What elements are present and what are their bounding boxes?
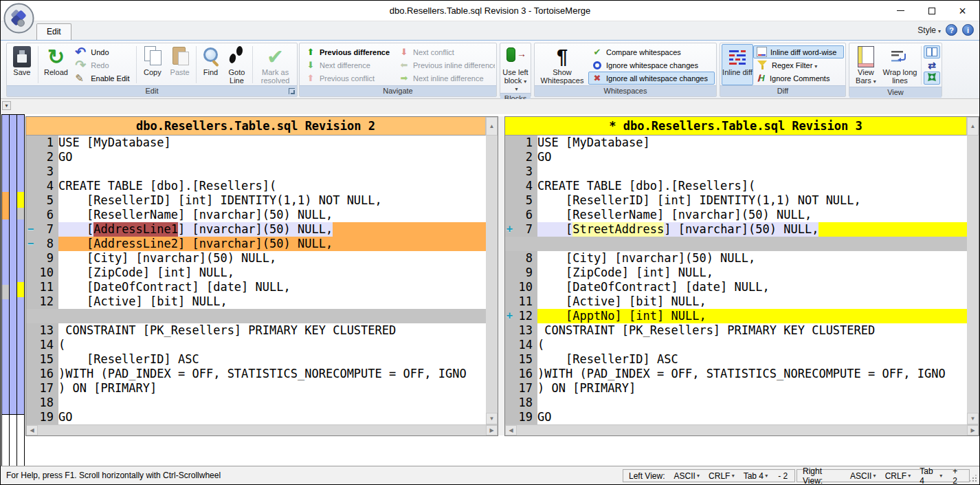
- code-line[interactable]: −7 [AddressLine1] [nvarchar](50) NULL,: [26, 222, 486, 237]
- code-line[interactable]: 13 CONSTRAINT [PK_Resellers] PRIMARY KEY…: [26, 323, 486, 338]
- left-view-eol[interactable]: CRLF ▾: [709, 471, 735, 481]
- scroll-up-button[interactable]: ▲: [486, 117, 498, 136]
- code-line[interactable]: 1USE [MyDatabase]: [26, 136, 486, 150]
- find-button[interactable]: Find: [198, 44, 223, 85]
- code-line[interactable]: 17) ON [PRIMARY]: [26, 381, 486, 396]
- code-line[interactable]: +12 [ApptNo] [int] NULL,: [505, 309, 967, 323]
- code-line[interactable]: 6 [ResellerName] [nvarchar](50) NULL,: [26, 208, 486, 222]
- enable-edit-button[interactable]: Enable Edit: [71, 72, 134, 85]
- code-line[interactable]: 12 [Active] [bit] NULL,: [26, 294, 486, 309]
- code-line[interactable]: 10 [ZipCode] [int] NULL,: [26, 266, 486, 280]
- code-line[interactable]: 5 [ResellerID] [int] IDENTITY(1,1) NOT N…: [505, 193, 967, 208]
- scroll-left-button[interactable]: ◀: [505, 425, 517, 435]
- pane-splitter[interactable]: [498, 116, 504, 435]
- code-line[interactable]: +7 [StreetAddress] [nvarchar](50) NULL,: [505, 222, 967, 237]
- tab-edit[interactable]: Edit: [36, 23, 71, 40]
- ignore-comments-option[interactable]: Ignore Comments: [753, 72, 844, 85]
- previous-conflict-button[interactable]: Previous conflict: [302, 72, 395, 85]
- left-view-encoding[interactable]: ASCII ▾: [673, 471, 700, 481]
- code-line[interactable]: 1USE [MyDatabase]: [505, 136, 967, 150]
- copy-button[interactable]: Copy: [139, 44, 166, 85]
- switch-left-right-button[interactable]: [924, 58, 940, 72]
- code-line[interactable]: 11 [Active] [bit] NULL,: [505, 294, 967, 309]
- code-line[interactable]: 8 [City] [nvarchar](50) NULL,: [505, 251, 967, 266]
- code-line[interactable]: 18: [26, 396, 486, 410]
- previous-inline-difference-button[interactable]: Previous inline difference: [395, 58, 495, 72]
- code-line[interactable]: 15 [ResellerID] ASC: [505, 352, 967, 367]
- code-line[interactable]: 2GO: [26, 150, 486, 164]
- reload-button[interactable]: Reload: [41, 44, 71, 85]
- ignore-whitespace-changes-option[interactable]: Ignore whitespace changes: [588, 58, 715, 72]
- filler-row[interactable]: [26, 309, 486, 323]
- code-line[interactable]: 19GO: [505, 410, 967, 424]
- code-line[interactable]: 2GO: [505, 150, 967, 164]
- info-button[interactable]: i: [962, 24, 974, 36]
- code-line[interactable]: 13 CONSTRAINT [PK_Resellers] PRIMARY KEY…: [505, 323, 967, 338]
- save-button[interactable]: Save: [8, 44, 36, 85]
- goto-line-button[interactable]: Goto Line: [223, 44, 251, 85]
- hscroll-track[interactable]: [38, 425, 486, 435]
- app-menu-button[interactable]: [3, 2, 35, 34]
- help-button[interactable]: ?: [946, 24, 957, 36]
- scroll-down-button[interactable]: ▼: [486, 413, 498, 424]
- code-line[interactable]: 9 [City] [nvarchar](50) NULL,: [26, 251, 486, 266]
- show-whitespaces-button[interactable]: Show Whitespaces: [536, 44, 588, 85]
- ignore-all-whitespace-changes-option[interactable]: Ignore all whitespace changes: [588, 72, 715, 85]
- code-line[interactable]: 3: [26, 164, 486, 179]
- scroll-right-button[interactable]: ▶: [967, 425, 979, 435]
- right-view-encoding[interactable]: ASCII ▾: [850, 471, 876, 481]
- locator-strip-right[interactable]: [16, 114, 25, 467]
- style-dropdown[interactable]: Style: [917, 25, 941, 35]
- fit-to-window-button[interactable]: [924, 72, 940, 85]
- code-line[interactable]: −8 [AddressLine2] [nvarchar](50) NULL,: [26, 237, 486, 251]
- left-view-tab[interactable]: Tab 4 ▾: [744, 471, 768, 481]
- wrap-long-lines-button[interactable]: Wrap long lines: [881, 44, 919, 87]
- use-left-block-button[interactable]: Use left block: [502, 44, 529, 93]
- minimize-button[interactable]: [885, 1, 916, 21]
- code-line[interactable]: 6 [ResellerName] [nvarchar](50) NULL,: [505, 208, 967, 222]
- hscroll-track[interactable]: [517, 425, 967, 435]
- code-line[interactable]: 3: [505, 164, 967, 179]
- close-button[interactable]: ×: [947, 1, 978, 21]
- code-line[interactable]: 14(: [505, 338, 967, 352]
- next-conflict-button[interactable]: Next conflict: [395, 45, 495, 58]
- filler-row[interactable]: [505, 237, 967, 251]
- view-bars-button[interactable]: View Bars: [851, 44, 881, 87]
- two-pane-view-button[interactable]: [924, 45, 940, 58]
- vertical-scrollbar[interactable]: ▼: [967, 136, 979, 424]
- code-line[interactable]: 16)WITH (PAD_INDEX = OFF, STATISTICS_NOR…: [26, 367, 486, 381]
- code-line[interactable]: 19GO: [26, 410, 486, 424]
- maximize-button[interactable]: [916, 1, 947, 21]
- next-difference-button[interactable]: Next difference: [302, 58, 395, 72]
- left-code-view[interactable]: 1USE [MyDatabase]2GO34CREATE TABLE [dbo]…: [26, 136, 486, 424]
- code-line[interactable]: 4CREATE TABLE [dbo].[Resellers](: [505, 179, 967, 193]
- right-view-eol[interactable]: CRLF ▾: [885, 471, 911, 481]
- scroll-up-button[interactable]: ▲: [967, 117, 979, 136]
- next-inline-difference-button[interactable]: Next inline difference: [395, 72, 495, 85]
- collapse-toolbar-button[interactable]: [2, 101, 11, 110]
- code-line[interactable]: 15 [ResellerID] ASC: [26, 352, 486, 367]
- paste-button[interactable]: Paste: [166, 44, 194, 85]
- locator-bars[interactable]: [1, 114, 24, 467]
- scroll-right-button[interactable]: ▶: [486, 425, 498, 435]
- previous-difference-button[interactable]: Previous difference: [302, 45, 395, 58]
- code-line[interactable]: 14(: [26, 338, 486, 352]
- compare-whitespaces-option[interactable]: Compare whitespaces: [588, 45, 715, 58]
- inline-diff-button[interactable]: Inline diff: [722, 44, 753, 85]
- horizontal-scrollbar[interactable]: ◀ ▶: [505, 424, 979, 435]
- code-line[interactable]: 5 [ResellerID] [int] IDENTITY(1,1) NOT N…: [26, 193, 486, 208]
- code-line[interactable]: 9 [ZipCode] [int] NULL,: [505, 266, 967, 280]
- code-line[interactable]: 18: [505, 396, 967, 410]
- scroll-down-button[interactable]: ▼: [967, 413, 979, 424]
- code-line[interactable]: 17) ON [PRIMARY]: [505, 381, 967, 396]
- code-line[interactable]: 10 [DateOfContract] [date] NULL,: [505, 280, 967, 294]
- vertical-scrollbar[interactable]: ▼: [486, 136, 498, 424]
- right-code-view[interactable]: 1USE [MyDatabase]2GO34CREATE TABLE [dbo]…: [505, 136, 967, 424]
- code-line[interactable]: 16)WITH (PAD_INDEX = OFF, STATISTICS_NOR…: [505, 367, 967, 381]
- scroll-left-button[interactable]: ◀: [26, 425, 38, 435]
- inline-diff-word-wise-option[interactable]: Inline diff word-wise: [753, 45, 844, 58]
- dialog-launcher-icon[interactable]: [289, 88, 295, 94]
- code-line[interactable]: 4CREATE TABLE [dbo].[Resellers](: [26, 179, 486, 193]
- regex-filter-button[interactable]: Regex Filter: [753, 58, 844, 72]
- code-line[interactable]: 11 [DateOfContract] [date] NULL,: [26, 280, 486, 294]
